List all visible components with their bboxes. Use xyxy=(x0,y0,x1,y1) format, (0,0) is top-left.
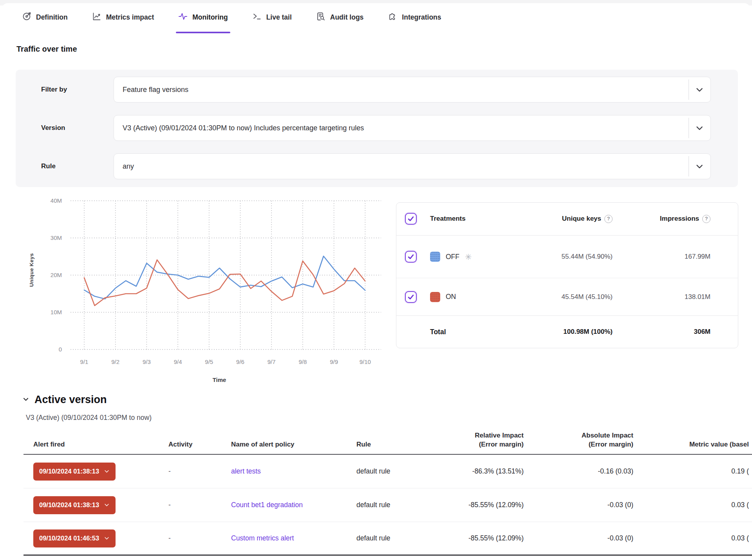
off-unique-keys: 55.44M (54.90%) xyxy=(562,253,613,261)
svg-text:30M: 30M xyxy=(51,234,62,241)
active-version-header[interactable]: Active version xyxy=(22,394,107,406)
rule-header: Rule xyxy=(341,440,431,449)
svg-text:9/2: 9/2 xyxy=(111,358,119,365)
rule-value: any xyxy=(123,162,134,171)
tab-label: Metrics impact xyxy=(106,13,154,22)
chevron-down-icon xyxy=(694,85,705,95)
alert-relative-impact: -85.55% (12.09%) xyxy=(431,534,527,542)
version-select[interactable]: V3 (Active) (09/01/2024 01:30PM to now) … xyxy=(114,115,711,141)
absolute-impact-header: Absolute Impact (Error margin) xyxy=(527,431,636,449)
alert-fired-button[interactable]: 09/10/2024 01:46:53 xyxy=(33,529,116,547)
alert-fired-button[interactable]: 09/10/2024 01:38:13 xyxy=(33,496,116,514)
filter-row-filter-by: Filter by Feature flag versions xyxy=(16,77,738,103)
svg-text:9/7: 9/7 xyxy=(268,358,276,365)
total-impressions: 306M xyxy=(694,328,710,336)
alert-relative-impact: -85.55% (12.09%) xyxy=(431,501,527,509)
tab-live-tail[interactable]: Live tail xyxy=(252,10,292,24)
help-icon[interactable]: ? xyxy=(702,215,710,223)
filter-by-select[interactable]: Feature flag versions xyxy=(114,77,711,103)
puzzle-icon xyxy=(388,12,397,23)
rule-label: Rule xyxy=(41,162,56,170)
traffic-line-chart: 010M20M30M40M9/19/29/39/49/59/69/79/89/9… xyxy=(39,195,384,375)
help-icon[interactable]: ? xyxy=(604,215,613,223)
tab-audit-logs[interactable]: Audit logs xyxy=(316,10,364,24)
chevron-down-icon xyxy=(104,468,110,474)
alert-fired-button[interactable]: 09/10/2024 01:38:13 xyxy=(33,463,116,481)
version-label: Version xyxy=(41,124,65,132)
svg-text:0: 0 xyxy=(59,346,62,353)
alerts-table: Alert fired Activity Name of alert polic… xyxy=(24,427,752,556)
alert-metric-value: 0.03 ( xyxy=(636,501,752,509)
tab-label: Integrations xyxy=(402,13,441,22)
tab-bar: Definition Metrics impact Monitoring Liv… xyxy=(22,10,441,24)
collapse-chevron-icon xyxy=(22,395,30,405)
svg-text:9/9: 9/9 xyxy=(330,358,338,365)
alert-rule: default rule xyxy=(341,534,431,542)
total-unique-keys: 100.98M (100%) xyxy=(563,328,613,336)
alert-rule: default rule xyxy=(341,501,431,509)
treatments-column-header: Treatments xyxy=(430,215,511,223)
treatment-on-checkbox[interactable] xyxy=(405,291,417,303)
tab-metrics-impact[interactable]: Metrics impact xyxy=(92,10,154,24)
alert-absolute-impact: -0.03 (0) xyxy=(527,534,636,542)
svg-text:40M: 40M xyxy=(51,197,62,204)
alert-activity: - xyxy=(153,534,212,542)
svg-text:9/4: 9/4 xyxy=(174,358,182,365)
page-title: Traffic over time xyxy=(16,45,77,54)
svg-text:9/6: 9/6 xyxy=(236,358,244,365)
alert-row: 09/10/2024 01:38:13 - Count bet1 degrada… xyxy=(24,488,752,522)
policy-name-header: Name of alert policy xyxy=(212,440,341,449)
treatment-row-off: OFF ✳ 55.44M (54.90%) 167.99M xyxy=(396,236,738,279)
definition-icon xyxy=(22,12,31,23)
filter-row-version: Version V3 (Active) (09/01/2024 01:30PM … xyxy=(16,115,738,141)
alert-policy-link[interactable]: Custom metrics alert xyxy=(231,534,294,542)
tab-monitoring[interactable]: Monitoring xyxy=(178,10,228,24)
svg-text:20M: 20M xyxy=(51,272,62,278)
alert-activity: - xyxy=(153,501,212,509)
alert-policy-link[interactable]: Count bet1 degradation xyxy=(231,501,303,509)
chevron-down-icon xyxy=(694,161,705,171)
treatment-name: OFF xyxy=(446,253,459,261)
treatment-row-on: ON 45.54M (45.10%) 138.01M xyxy=(396,278,738,316)
rule-select[interactable]: any xyxy=(114,153,711,179)
tab-label: Audit logs xyxy=(330,13,364,22)
chevron-down-icon xyxy=(104,502,110,508)
tab-label: Definition xyxy=(36,13,68,22)
unique-keys-column-header: Unique keys ? xyxy=(562,215,613,223)
treatments-header-row: Treatments Unique keys ? Impressions ? xyxy=(396,203,738,236)
off-impressions: 167.99M xyxy=(685,253,710,261)
on-series-swatch xyxy=(430,292,440,302)
select-divider xyxy=(689,156,689,176)
on-unique-keys: 45.54M (45.10%) xyxy=(562,293,613,301)
alert-fired-header: Alert fired xyxy=(24,440,153,449)
alerts-table-header: Alert fired Activity Name of alert polic… xyxy=(24,427,752,455)
on-impressions: 138.01M xyxy=(685,293,710,301)
filter-panel: Filter by Feature flag versions Version … xyxy=(16,70,738,187)
active-version-subtitle: V3 (Active) (09/10/2024 01:30PM to now) xyxy=(26,414,152,422)
filter-by-label: Filter by xyxy=(41,86,67,94)
filter-by-value: Feature flag versions xyxy=(123,86,188,94)
default-treatment-icon: ✳ xyxy=(465,253,472,261)
audit-logs-icon xyxy=(316,12,325,23)
treatments-panel: Treatments Unique keys ? Impressions ? O… xyxy=(396,202,738,348)
impressions-column-header: Impressions ? xyxy=(660,215,710,223)
treatments-select-all-checkbox[interactable] xyxy=(405,213,417,225)
total-label: Total xyxy=(430,328,511,336)
off-series-swatch xyxy=(430,252,440,262)
tab-definition[interactable]: Definition xyxy=(22,10,68,24)
version-value: V3 (Active) (09/01/2024 01:30PM to now) … xyxy=(123,124,364,132)
relative-impact-header: Relative Impact (Error margin) xyxy=(431,431,527,449)
alert-relative-impact: -86.3% (13.51%) xyxy=(431,467,527,475)
treatment-off-checkbox[interactable] xyxy=(405,251,417,263)
svg-text:9/1: 9/1 xyxy=(80,358,89,365)
monitoring-page: Definition Metrics impact Monitoring Liv… xyxy=(0,0,752,560)
alert-policy-link[interactable]: alert tests xyxy=(231,467,261,475)
tab-integrations[interactable]: Integrations xyxy=(388,10,441,24)
metrics-impact-icon xyxy=(92,12,101,23)
monitoring-icon xyxy=(178,12,188,23)
alert-rule: default rule xyxy=(341,467,431,475)
select-divider xyxy=(689,79,689,100)
alert-metric-value: 0.03 ( xyxy=(636,534,752,542)
treatment-name: ON xyxy=(446,293,456,301)
svg-text:9/3: 9/3 xyxy=(143,358,151,365)
